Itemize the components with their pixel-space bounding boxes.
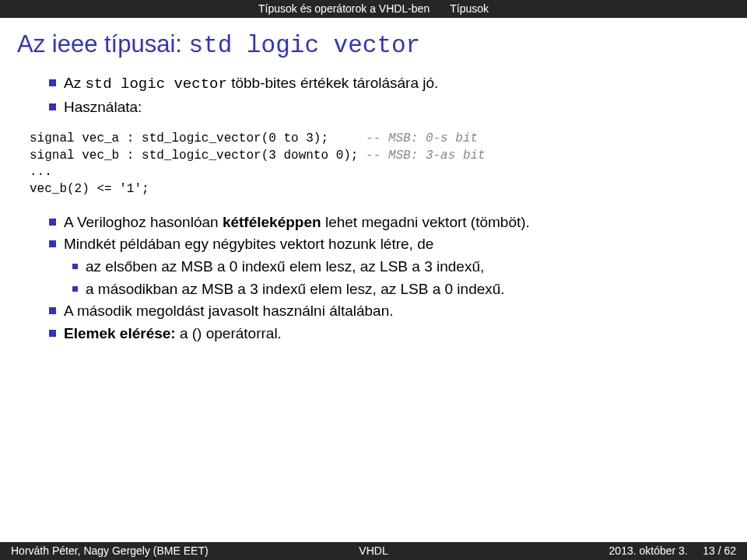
bullet-icon <box>49 79 56 86</box>
bullet-item: A Veriloghoz hasonlóan kétféleképpen leh… <box>49 212 716 233</box>
footer-author: Horváth Péter, Nagy Gergely (BME EET) <box>0 544 253 557</box>
bullet-text: Elemek elérése: a () operátorral. <box>64 324 716 344</box>
bullet-text: A Veriloghoz hasonlóan kétféleképpen leh… <box>64 212 716 233</box>
bullet-text: A második megoldást javasolt használni á… <box>64 301 716 321</box>
slide-title: Az ieee típusai: std logic vector <box>17 30 747 59</box>
bullet-icon <box>49 103 56 110</box>
bullet-icon <box>72 264 78 269</box>
footer-page: 2013. október 3. 13 / 62 <box>494 544 747 557</box>
bullet-icon <box>49 240 56 247</box>
bullet-item: A második megoldást javasolt használni á… <box>49 301 716 321</box>
bullet-text: az elsőben az MSB a 0 indexű elem lesz, … <box>86 257 716 277</box>
bullet-icon <box>49 219 56 226</box>
bullet-text: Használata: <box>64 97 716 117</box>
bullet-item-nested: a másodikban az MSB a 3 indexű elem lesz… <box>72 279 716 299</box>
bullet-icon <box>49 330 56 337</box>
header-bar: Típusok és operátorok a VHDL-ben Típusok <box>0 0 747 18</box>
header-subsection: Típusok <box>450 2 489 15</box>
bullet-text: Az std logic vector több-bites értékek t… <box>64 73 716 95</box>
title-code: std logic vector <box>189 32 421 59</box>
bullet-text: a másodikban az MSB a 3 indexű elem lesz… <box>86 279 716 299</box>
bullet-icon <box>72 286 78 292</box>
bullet-item: Mindkét példában egy négybites vektort h… <box>49 234 716 254</box>
bullet-item: Elemek elérése: a () operátorral. <box>49 324 716 344</box>
bullet-text: Mindkét példában egy négybites vektort h… <box>64 234 716 254</box>
bullet-item: Használata: <box>49 97 716 117</box>
code-block: signal vec_a : std_logic_vector(0 to 3);… <box>30 131 716 198</box>
title-text: Az ieee típusai: <box>17 30 189 58</box>
header-section: Típusok és operátorok a VHDL-ben <box>258 2 430 15</box>
bullet-icon <box>49 307 56 314</box>
footer-title: VHDL <box>253 544 495 557</box>
bullet-item-nested: az elsőben az MSB a 0 indexű elem lesz, … <box>72 257 716 277</box>
bullet-item: Az std logic vector több-bites értékek t… <box>49 73 716 95</box>
footer-bar: Horváth Péter, Nagy Gergely (BME EET) VH… <box>0 542 747 560</box>
slide-body: Az std logic vector több-bites értékek t… <box>49 73 716 344</box>
